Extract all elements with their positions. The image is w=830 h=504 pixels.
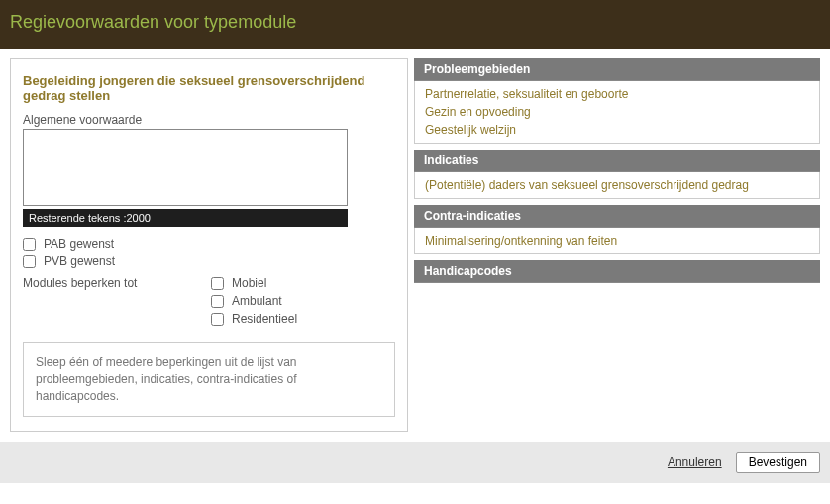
restrict-label: Modules beperken tot xyxy=(23,276,191,326)
confirm-button[interactable]: Bevestigen xyxy=(736,452,820,473)
section-body-problem-areas: Partnerrelatie, seksualiteit en geboorte… xyxy=(414,81,820,144)
categories-panel: Probleemgebieden Partnerrelatie, seksual… xyxy=(414,58,820,432)
restrict-mobiel-checkbox[interactable] xyxy=(211,277,224,290)
pvb-checkbox[interactable] xyxy=(23,255,36,268)
restrict-ambulant-checkbox[interactable] xyxy=(211,295,224,308)
restrict-mobiel-label: Mobiel xyxy=(232,276,266,290)
restrict-residentieel-checkbox[interactable] xyxy=(211,313,224,326)
general-conditions-textarea[interactable] xyxy=(23,129,348,206)
footer-bar: Annuleren Bevestigen xyxy=(0,442,830,483)
list-item[interactable]: Geestelijk welzijn xyxy=(415,121,819,139)
page-header: Regievoorwaarden voor typemodule xyxy=(0,0,830,49)
pab-label: PAB gewenst xyxy=(44,237,114,251)
section-header-indications: Indicaties xyxy=(414,150,820,172)
section-body-indications: (Potentiële) daders van seksueel grensov… xyxy=(414,172,820,199)
list-item[interactable]: Minimalisering/ontkenning van feiten xyxy=(415,232,819,250)
restrict-ambulant-label: Ambulant xyxy=(232,294,282,308)
list-item[interactable]: (Potentiële) daders van seksueel grensov… xyxy=(415,176,819,194)
restrictions-dropzone[interactable]: Sleep één of meedere beperkingen uit de … xyxy=(23,342,395,417)
general-conditions-label: Algemene voorwaarde xyxy=(23,113,395,127)
char-counter: Resterende tekens :2000 xyxy=(23,209,348,227)
list-item[interactable]: Partnerrelatie, seksualiteit en geboorte xyxy=(415,85,819,103)
section-body-contra: Minimalisering/ontkenning van feiten xyxy=(414,228,820,254)
section-header-problem-areas: Probleemgebieden xyxy=(414,58,820,81)
pab-checkbox[interactable] xyxy=(23,238,36,251)
section-header-contra: Contra-indicaties xyxy=(414,205,820,228)
pvb-label: PVB gewenst xyxy=(44,254,115,268)
restrict-residentieel-label: Residentieel xyxy=(232,312,297,326)
list-item[interactable]: Gezin en opvoeding xyxy=(415,103,819,121)
form-title: Begeleiding jongeren die seksueel grenso… xyxy=(23,73,395,103)
page-title: Regievoorwaarden voor typemodule xyxy=(10,12,820,33)
form-panel: Begeleiding jongeren die seksueel grenso… xyxy=(10,58,408,432)
cancel-button[interactable]: Annuleren xyxy=(668,455,722,469)
main-content: Begeleiding jongeren die seksueel grenso… xyxy=(0,49,830,442)
section-body-handicap xyxy=(414,283,820,287)
section-header-handicap: Handicapcodes xyxy=(414,260,820,283)
